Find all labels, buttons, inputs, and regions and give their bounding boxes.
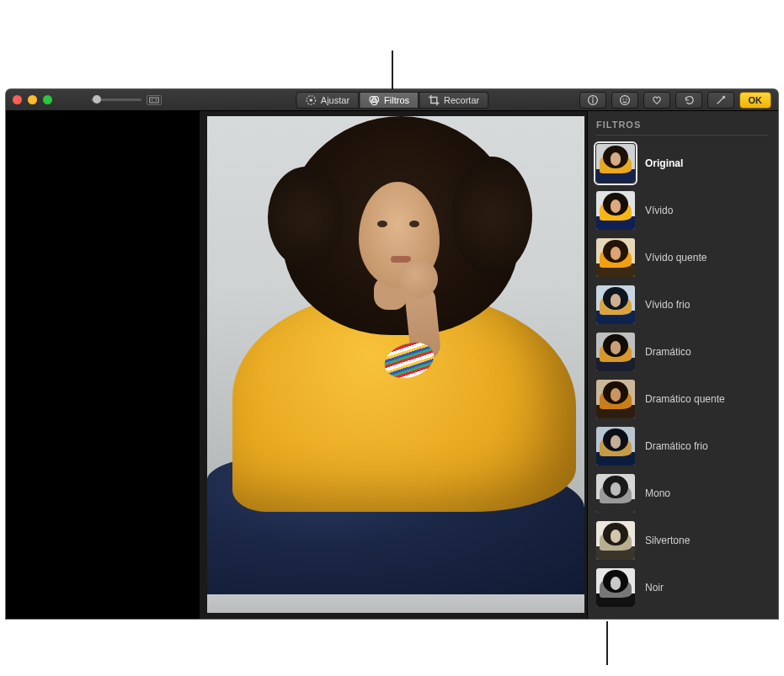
filters-icon: [368, 94, 380, 106]
heart-icon: [651, 94, 663, 106]
minimize-window-button[interactable]: [28, 95, 37, 104]
filter-row-original[interactable]: Original: [596, 144, 768, 183]
filter-row-dram_warm[interactable]: Dramático quente: [596, 380, 768, 418]
filter-label-vivid_warm: Vívido quente: [645, 252, 707, 263]
rotate-button[interactable]: [675, 92, 702, 109]
face-button[interactable]: [611, 92, 638, 109]
filter-row-dram_cool[interactable]: Dramático frio: [596, 427, 768, 466]
filter-label-mono: Mono: [645, 487, 670, 499]
filter-row-noir[interactable]: Noir: [596, 568, 768, 607]
photo-hand: [399, 259, 438, 298]
info-icon: [587, 94, 599, 106]
editor-body: FILTROS OriginalVívidoVívido quenteVívid…: [6, 111, 778, 619]
adjust-icon: [305, 94, 317, 106]
info-button[interactable]: [579, 92, 606, 109]
svg-point-9: [620, 95, 629, 104]
filter-thumb-dramatic: [596, 333, 635, 371]
filter-thumb-dram_cool: [596, 427, 635, 466]
filter-row-silver[interactable]: Silvertone: [596, 521, 768, 560]
filter-thumb-mono: [596, 474, 635, 513]
callout-line-top: [392, 51, 393, 91]
svg-point-11: [626, 98, 627, 100]
callout-line-bottom: [606, 621, 608, 665]
filter-label-noir: Noir: [645, 582, 664, 593]
fit-to-window-button[interactable]: [147, 95, 162, 105]
adjust-tab-label: Ajustar: [321, 95, 349, 105]
filters-sidebar: FILTROS OriginalVívidoVívido quenteVívid…: [587, 111, 778, 619]
photo-preview[interactable]: [207, 116, 584, 613]
crop-icon: [428, 94, 440, 106]
filter-thumb-silver: [596, 521, 635, 560]
app-window: Ajustar Filtros Recortar: [6, 89, 778, 619]
filters-list: OriginalVívidoVívido quenteVívido frioDr…: [596, 144, 768, 607]
crop-tab[interactable]: Recortar: [419, 92, 488, 109]
filter-row-vivid[interactable]: Vívido: [596, 191, 768, 230]
zoom-slider-thumb[interactable]: [93, 95, 101, 104]
fit-icon: [149, 97, 159, 104]
left-black-strip: [6, 111, 200, 619]
filter-row-vivid_warm[interactable]: Vívido quente: [596, 238, 768, 277]
filter-label-silver: Silvertone: [645, 535, 690, 546]
done-button-label: OK: [749, 95, 763, 105]
filter-thumb-noir: [596, 568, 635, 607]
crop-tab-label: Recortar: [444, 95, 479, 105]
filters-sidebar-title: FILTROS: [596, 120, 768, 136]
filter-thumb-original: [596, 144, 635, 183]
filter-thumb-vivid_warm: [596, 238, 635, 277]
svg-point-2: [309, 98, 312, 102]
magic-wand-icon: [715, 94, 727, 106]
filters-tab-label: Filtros: [384, 95, 409, 105]
filter-row-vivid_cool[interactable]: Vívido frio: [596, 285, 768, 324]
filter-row-dramatic[interactable]: Dramático: [596, 333, 768, 371]
edit-mode-segmented-control: Ajustar Filtros Recortar: [296, 92, 488, 109]
toolbar-right-tools: OK: [579, 92, 772, 109]
filter-thumb-dram_warm: [596, 380, 635, 418]
zoom-control: [91, 95, 162, 105]
svg-point-7: [592, 97, 594, 98]
filter-label-dram_cool: Dramático frio: [645, 440, 708, 452]
face-icon: [619, 94, 631, 106]
canvas-area: [200, 111, 587, 619]
rotate-icon: [683, 94, 695, 106]
window-controls: [13, 95, 52, 104]
filter-thumb-vivid: [596, 191, 635, 230]
svg-rect-0: [150, 98, 159, 103]
filter-label-dram_warm: Dramático quente: [645, 393, 725, 405]
filter-label-vivid: Vívido: [645, 205, 673, 216]
zoom-slider[interactable]: [91, 98, 141, 101]
toolbar: Ajustar Filtros Recortar: [6, 89, 778, 111]
filters-tab[interactable]: Filtros: [359, 92, 419, 109]
done-button[interactable]: OK: [739, 92, 772, 109]
adjust-tab[interactable]: Ajustar: [296, 92, 359, 109]
auto-enhance-button[interactable]: [707, 92, 734, 109]
filter-label-original: Original: [645, 157, 683, 169]
filter-row-mono[interactable]: Mono: [596, 474, 768, 513]
svg-rect-8: [592, 99, 593, 103]
close-window-button[interactable]: [13, 95, 22, 104]
filter-label-dramatic: Dramático: [645, 346, 691, 358]
filter-label-vivid_cool: Vívido frio: [645, 299, 690, 311]
filter-thumb-vivid_cool: [596, 285, 635, 324]
svg-point-10: [622, 98, 624, 100]
zoom-window-button[interactable]: [43, 95, 52, 104]
favorite-button[interactable]: [643, 92, 670, 109]
